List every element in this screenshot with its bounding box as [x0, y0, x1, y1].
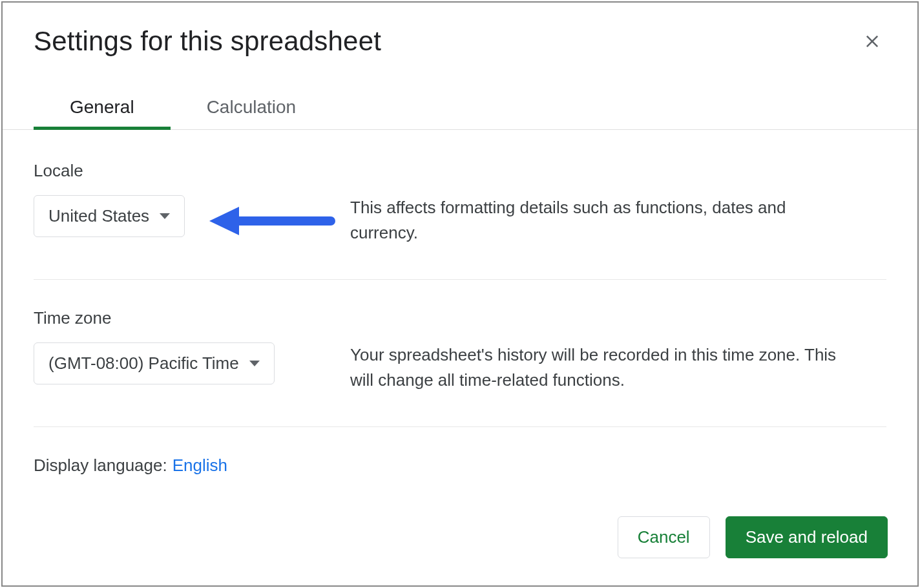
timezone-select[interactable]: (GMT-08:00) Pacific Time — [34, 342, 275, 384]
caret-down-icon — [160, 213, 170, 219]
cancel-button[interactable]: Cancel — [618, 516, 710, 558]
locale-description: This affects formatting details such as … — [350, 195, 854, 246]
display-language-link[interactable]: English — [172, 456, 227, 476]
dialog-buttons: Cancel Save and reload — [618, 516, 888, 558]
dialog-title: Settings for this spreadsheet — [34, 26, 381, 57]
locale-row: United States This affects formatting de… — [34, 195, 886, 246]
tabs: General Calculation — [3, 88, 917, 130]
settings-dialog: Settings for this spreadsheet General Ca… — [1, 1, 919, 587]
locale-select-value: United States — [48, 206, 149, 226]
close-icon — [863, 32, 881, 50]
caret-down-icon — [249, 361, 260, 366]
display-language-label: Display language: — [34, 456, 167, 476]
timezone-row: (GMT-08:00) Pacific Time Your spreadshee… — [34, 342, 886, 393]
cancel-button-label: Cancel — [638, 527, 690, 547]
timezone-section: Time zone (GMT-08:00) Pacific Time Your … — [34, 308, 886, 427]
locale-section: Locale United States This affects format… — [34, 161, 886, 280]
locale-label: Locale — [34, 161, 886, 181]
tab-calculation-label: Calculation — [207, 97, 297, 117]
close-button[interactable] — [858, 27, 886, 56]
tab-calculation[interactable]: Calculation — [171, 88, 333, 129]
timezone-label: Time zone — [34, 308, 886, 328]
display-language-row: Display language: English — [34, 456, 886, 476]
timezone-description: Your spreadsheet's history will be recor… — [350, 342, 854, 393]
tab-general[interactable]: General — [34, 88, 171, 129]
save-reload-button[interactable]: Save and reload — [726, 516, 888, 558]
tab-general-label: General — [70, 97, 134, 117]
dialog-content: Locale United States This affects format… — [3, 130, 917, 476]
locale-select[interactable]: United States — [34, 195, 185, 237]
timezone-select-value: (GMT-08:00) Pacific Time — [48, 353, 239, 373]
save-reload-button-label: Save and reload — [746, 527, 868, 547]
dialog-header: Settings for this spreadsheet — [3, 3, 917, 57]
